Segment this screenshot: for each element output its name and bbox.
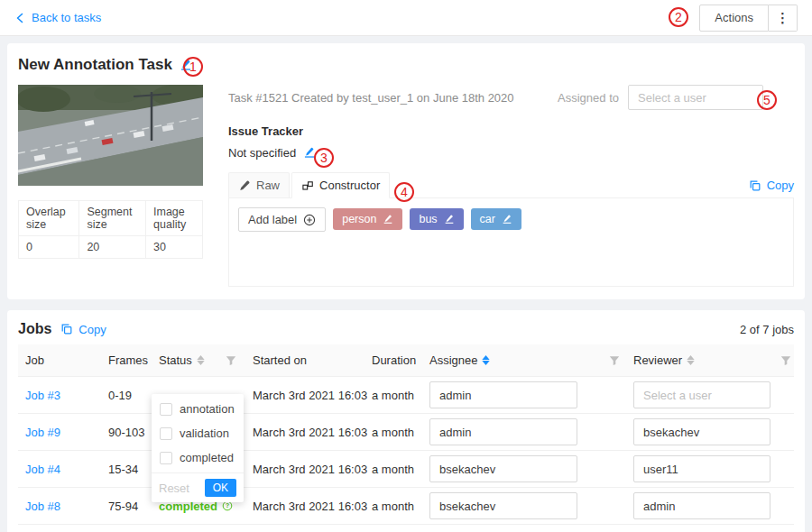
edit-label-icon[interactable] <box>444 214 455 225</box>
back-to-tasks-link[interactable]: Back to tasks <box>14 11 101 24</box>
param-header-quality: Image quality <box>146 201 203 236</box>
copy-icon <box>60 323 73 335</box>
jobs-count: 2 of 7 jobs <box>740 323 794 336</box>
reviewer-input[interactable] <box>633 381 770 408</box>
label-tag-bus[interactable]: bus <box>410 208 463 230</box>
reviewer-filter-icon[interactable] <box>770 355 794 366</box>
assigned-to-label: Assigned to <box>558 91 619 105</box>
job-row: Job #4 15-34 March 3rd 2021 16:03 a mont… <box>18 451 794 488</box>
filter-option-label: completed <box>180 451 234 464</box>
filter-option-label: validation <box>180 427 229 440</box>
chevron-left-icon <box>14 13 25 23</box>
actions-button-group: Actions ⋮ <box>699 5 798 32</box>
status-sort-icon <box>197 355 205 365</box>
frames-cell: 90-103 <box>101 426 152 439</box>
status-filter-icon[interactable] <box>209 355 245 366</box>
jobs-card: Jobs Copy 2 of 7 jobs Job Frames Status … <box>7 310 805 532</box>
copy-jobs-link[interactable]: Copy <box>60 323 106 336</box>
frames-cell: 75-94 <box>101 500 152 513</box>
job-link[interactable]: Job #9 <box>25 426 60 439</box>
issue-tracker-heading: Issue Tracker <box>228 124 794 138</box>
column-header-duration: Duration <box>364 353 422 367</box>
column-header-job: Job <box>18 353 101 367</box>
callout-2: 2 <box>669 7 688 27</box>
task-title: New Annotation Task <box>18 56 172 74</box>
column-header-frames: Frames <box>101 353 152 367</box>
reviewer-input[interactable] <box>633 492 770 519</box>
assignee-input[interactable] <box>429 455 577 482</box>
filter-reset-button[interactable]: Reset <box>159 482 189 495</box>
column-header-started: Started on <box>245 353 364 367</box>
edit-label-icon[interactable] <box>383 214 393 225</box>
started-cell: March 3rd 2021 16:03 <box>245 389 364 402</box>
label-name: bus <box>419 213 437 225</box>
param-header-segment: Segment size <box>79 201 146 236</box>
task-details-card: New Annotation Task <box>7 43 805 299</box>
assignee-sort-icon <box>482 355 490 365</box>
label-name: car <box>480 213 495 225</box>
assignee-input[interactable] <box>429 492 577 519</box>
reviewer-input[interactable] <box>633 418 770 445</box>
label-name: person <box>342 213 376 225</box>
param-value-overlap: 0 <box>19 236 79 259</box>
filter-option-annotation[interactable]: annotation <box>152 397 244 421</box>
plus-circle-icon <box>303 214 316 226</box>
tab-raw[interactable]: Raw <box>228 172 290 197</box>
callout-3: 3 <box>314 148 334 168</box>
copy-icon <box>749 179 761 192</box>
vertical-dots-icon: ⋮ <box>776 10 789 25</box>
started-cell: March 3rd 2021 16:03 <box>245 463 364 476</box>
filter-ok-button[interactable]: OK <box>205 479 236 497</box>
edit-label-icon[interactable] <box>502 214 512 225</box>
jobs-table: Job Frames Status Started on Duration As… <box>18 344 794 525</box>
tab-constructor[interactable]: Constructor <box>291 172 390 198</box>
assignee-input[interactable] <box>429 381 577 408</box>
assignee-filter-icon[interactable] <box>595 355 626 366</box>
job-row: Job #8 75-94 completed March 3rd 2021 16… <box>18 488 794 525</box>
checkbox[interactable] <box>160 427 172 440</box>
label-tag-car[interactable]: car <box>471 208 521 230</box>
copy-labels-label: Copy <box>767 179 794 192</box>
started-cell: March 3rd 2021 16:03 <box>245 500 364 513</box>
add-label-button[interactable]: Add label <box>238 207 326 232</box>
job-link[interactable]: Job #8 <box>25 500 60 513</box>
label-tag-person[interactable]: person <box>333 208 402 230</box>
param-header-overlap: Overlap size <box>19 201 79 236</box>
add-label-label: Add label <box>248 213 297 226</box>
duration-cell: a month <box>364 389 422 402</box>
tab-constructor-label: Constructor <box>319 179 380 192</box>
callout-5: 5 <box>757 90 777 110</box>
checkbox[interactable] <box>160 403 172 416</box>
duration-cell: a month <box>364 500 422 513</box>
column-header-reviewer[interactable]: Reviewer <box>626 353 770 367</box>
param-value-quality: 30 <box>146 236 203 259</box>
callout-1: 1 <box>183 57 203 77</box>
actions-button[interactable]: Actions <box>699 5 769 32</box>
task-meta: Task #1521 Created by test_user_1 on Jun… <box>228 91 514 105</box>
callout-4: 4 <box>394 182 414 202</box>
frames-cell: 0-19 <box>101 389 152 402</box>
filter-option-validation[interactable]: validation <box>152 421 244 445</box>
labels-tabs-bar: Raw Constructor Copy <box>228 172 794 198</box>
started-cell: March 3rd 2021 16:03 <box>245 426 364 439</box>
frames-cell: 15-34 <box>101 463 152 476</box>
filter-option-label: annotation <box>180 402 235 416</box>
task-parameters-table: Overlap size Segment size Image quality … <box>18 200 203 259</box>
task-assignee-input[interactable] <box>628 85 763 110</box>
assignee-input[interactable] <box>429 418 577 445</box>
filter-option-completed[interactable]: completed <box>152 445 244 470</box>
checkbox[interactable] <box>160 452 172 464</box>
jobs-heading: Jobs <box>18 321 51 337</box>
issue-tracker-value: Not specified <box>228 146 296 160</box>
column-header-assignee[interactable]: Assignee <box>422 353 595 367</box>
job-link[interactable]: Job #3 <box>25 389 60 402</box>
copy-jobs-label: Copy <box>78 323 106 336</box>
more-menu-button[interactable]: ⋮ <box>769 5 798 32</box>
reviewer-input[interactable] <box>633 455 770 482</box>
job-link[interactable]: Job #4 <box>25 463 60 476</box>
copy-labels-link[interactable]: Copy <box>749 179 794 197</box>
back-to-tasks-label: Back to tasks <box>32 11 101 24</box>
column-header-status[interactable]: Status <box>152 353 209 367</box>
duration-cell: a month <box>364 426 422 439</box>
label-constructor-panel: Add label person bus car <box>228 198 794 287</box>
